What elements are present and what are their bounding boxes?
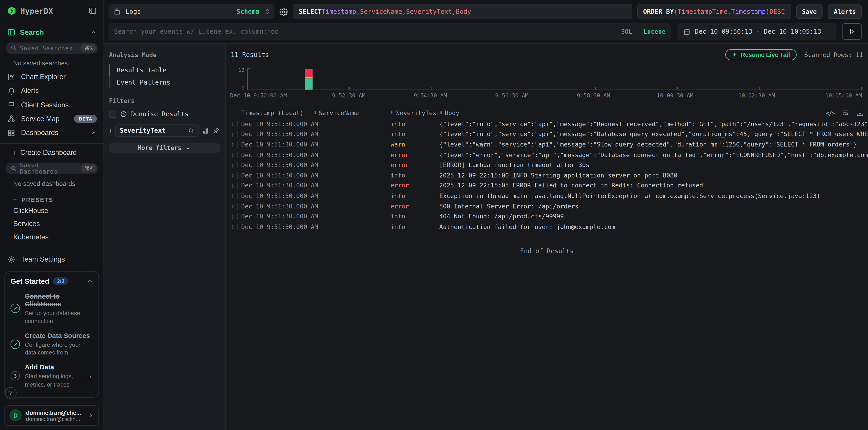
cell-timestamp: Dec 10 9:51:30.000 AM <box>241 121 313 128</box>
time-range-picker[interactable]: Dec 10 09:50:13 - Dec 10 10:05:13 <box>677 23 837 40</box>
chevron-up-icon[interactable] <box>91 130 97 136</box>
more-filters-button[interactable]: More filters <box>109 143 220 153</box>
severity-filter-field[interactable]: SeverityText <box>115 124 198 137</box>
row-expand-icon[interactable]: ❯ <box>231 193 234 199</box>
user-menu[interactable]: D dominic.tran@clic... dominic.tran@clic… <box>4 405 99 426</box>
resume-live-tail-button[interactable]: Resume Live Tail <box>725 49 797 60</box>
histogram-plot-area[interactable] <box>247 68 862 90</box>
mode-separator: | <box>636 28 640 35</box>
saved-dashboards-input[interactable]: Saved Dashboards ⌘K <box>5 162 98 174</box>
x-axis-label: 9:54:30 AM <box>414 93 447 99</box>
run-query-button[interactable] <box>842 23 862 40</box>
alerts-button[interactable]: Alerts <box>828 4 862 19</box>
x-axis-label: 9:58:30 AM <box>577 93 610 99</box>
preset-item-kubernetes[interactable]: Kubernetes <box>0 230 103 244</box>
x-axis-label: 10:00:30 AM <box>657 93 693 99</box>
results-count: 11 Results <box>231 51 725 59</box>
row-expand-icon[interactable]: ❯ <box>231 224 234 229</box>
log-row[interactable]: ❯ Dec 10 9:51:30.000 AM warn {"level":"w… <box>226 139 868 150</box>
chevron-up-icon[interactable] <box>87 278 93 284</box>
drag-handle-icon[interactable]: ⠿ <box>439 110 442 115</box>
row-expand-icon[interactable]: ❯ <box>231 214 234 219</box>
event-search-input[interactable]: Search your events w/ Lucene ex. column:… <box>108 23 671 40</box>
preset-item-services[interactable]: Services <box>0 217 103 230</box>
source-label: Logs <box>126 8 232 15</box>
plus-icon: + <box>12 148 17 157</box>
sidebar-item-service-map[interactable]: Service Map BETA <box>0 112 103 126</box>
log-row[interactable]: ❯ Dec 10 9:51:30.000 AM info Authenticat… <box>226 222 868 232</box>
log-row[interactable]: ❯ Dec 10 9:51:30.000 AM info Exception i… <box>226 191 868 201</box>
sidebar-collapse-icon[interactable] <box>88 7 97 15</box>
row-expand-icon[interactable]: ❯ <box>231 121 234 127</box>
row-expand-icon[interactable]: ❯ <box>231 173 234 178</box>
text-wrap-icon[interactable] <box>841 109 849 117</box>
log-row[interactable]: ❯ Dec 10 9:51:30.000 AM error {"level":"… <box>226 150 868 160</box>
get-started-header[interactable]: Get Started 2/3 <box>10 277 93 285</box>
denoise-results-toggle[interactable]: Denoise Results <box>109 110 220 118</box>
log-row[interactable]: ❯ Dec 10 9:51:30.000 AM info {"level":"i… <box>226 129 868 139</box>
search-toolbar: Search your events w/ Lucene ex. column:… <box>104 23 868 44</box>
mode-results-table[interactable]: Results Table <box>109 64 220 76</box>
cell-severitytext: info <box>391 121 439 128</box>
log-row[interactable]: ❯ Dec 10 9:51:30.000 AM error 500 Intern… <box>226 201 868 211</box>
column-header-servicename[interactable]: ⠿ServiceName <box>313 109 391 117</box>
get-started-step-add-data[interactable]: 3 Add Data Start sending logs, metrics, … <box>10 364 93 388</box>
drag-handle-icon[interactable]: ⠿ <box>313 110 316 115</box>
save-button[interactable]: Save <box>796 4 823 19</box>
denoise-checkbox[interactable] <box>109 110 116 118</box>
sidebar-item-search[interactable]: Search <box>0 22 103 39</box>
app-title: HyperDX <box>21 6 89 15</box>
presets-section-toggle[interactable]: PRESETS <box>0 191 103 204</box>
log-row[interactable]: ❯ Dec 10 9:51:30.000 AM info {"level":"i… <box>226 119 868 129</box>
bar-segment-warn <box>305 77 312 78</box>
row-expand-icon[interactable]: ❯ <box>231 183 234 188</box>
sidebar-item-team-settings[interactable]: Team Settings <box>0 253 103 267</box>
help-button[interactable]: ? <box>5 387 17 399</box>
download-icon[interactable] <box>857 109 864 117</box>
gear-icon[interactable] <box>279 7 288 16</box>
y-axis-min: 0 <box>241 86 245 90</box>
column-header-severitytext[interactable]: ⠿SeverityText <box>391 109 439 117</box>
row-expand-icon[interactable]: ❯ <box>231 142 234 147</box>
source-select[interactable]: Logs Schema <box>108 4 274 19</box>
chevron-up-icon[interactable] <box>90 29 96 35</box>
divider <box>238 183 238 189</box>
log-row[interactable]: ❯ Dec 10 9:51:30.000 AM error 2025-12-09… <box>226 180 868 191</box>
column-header-body[interactable]: ⠿Body <box>439 109 459 117</box>
table-header: Timestamp (Local) ⠿ServiceName ⠿Severity… <box>226 107 868 119</box>
log-row[interactable]: ❯ Dec 10 9:51:30.000 AM info 404 Not Fou… <box>226 211 868 222</box>
select-clause-input[interactable]: SELECT Timestamp,ServiceName,SeverityTex… <box>293 4 632 19</box>
saved-searches-input[interactable]: Saved Searches ⌘K <box>5 43 98 54</box>
mode-event-patterns[interactable]: Event Patterns <box>109 76 220 89</box>
search-section-icon <box>7 28 16 37</box>
sidebar-item-chart-explorer[interactable]: Chart Explorer <box>0 70 103 84</box>
chart-explorer-icon <box>7 73 16 81</box>
order-by-input[interactable]: ORDER BY (TimestampTime, Timestamp) DESC <box>637 4 791 19</box>
sidebar-item-client-sessions[interactable]: Client Sessions <box>0 98 103 112</box>
x-axis-label: 10:02:30 AM <box>738 93 775 99</box>
sql-mode-button[interactable]: SQL <box>621 28 632 35</box>
row-expand-icon[interactable]: ❯ <box>231 162 234 168</box>
cell-timestamp: Dec 10 9:51:30.000 AM <box>241 182 313 190</box>
log-row[interactable]: ❯ Dec 10 9:51:30.000 AM info 2025-12-09 … <box>226 170 868 180</box>
row-expand-icon[interactable]: ❯ <box>231 152 234 158</box>
row-expand-icon[interactable]: ❯ <box>231 132 234 137</box>
live-tail-label: Resume Live Tail <box>741 51 790 58</box>
code-view-icon[interactable]: </> <box>826 110 834 116</box>
pin-icon[interactable] <box>212 127 220 134</box>
sidebar-item-dashboards[interactable]: Dashboards <box>0 126 103 140</box>
create-dashboard-button[interactable]: + Create Dashboard <box>0 143 103 159</box>
lucene-mode-button[interactable]: Lucene <box>644 28 665 35</box>
chevron-right-icon[interactable]: ❯ <box>109 128 112 133</box>
get-started-step-data-sources[interactable]: Create Data Sources Configure where your… <box>10 332 93 356</box>
bar-chart-icon[interactable] <box>202 127 209 134</box>
preset-item-clickhouse[interactable]: ClickHouse <box>0 204 103 217</box>
sidebar-item-alerts[interactable]: Alerts <box>0 84 103 98</box>
drag-handle-icon[interactable]: ⠿ <box>391 110 393 115</box>
get-started-step-connect[interactable]: Connect to ClickHouse Set up your databa… <box>10 292 93 325</box>
column-header-timestamp[interactable]: Timestamp (Local) <box>241 109 313 117</box>
sql-keyword: ORDER BY <box>643 8 674 15</box>
row-expand-icon[interactable]: ❯ <box>231 203 234 209</box>
log-row[interactable]: ❯ Dec 10 9:51:30.000 AM error [ERROR] La… <box>226 160 868 170</box>
search-icon[interactable] <box>188 128 194 134</box>
